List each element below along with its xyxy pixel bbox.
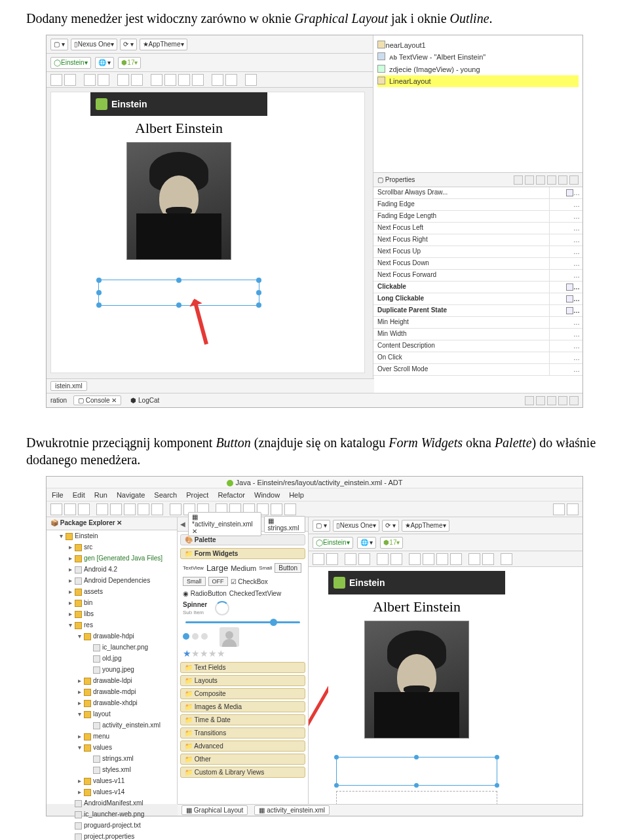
palette-category[interactable]: 📁 Other bbox=[180, 754, 305, 765]
layout-icon[interactable] bbox=[50, 74, 62, 86]
config-button[interactable]: ▢ ▾ bbox=[313, 520, 330, 532]
menu-item[interactable]: File bbox=[52, 491, 64, 499]
layout-icon[interactable] bbox=[313, 553, 324, 565]
palette-widget[interactable]: CheckedTextView bbox=[229, 590, 281, 597]
drop-zone[interactable] bbox=[336, 791, 497, 804]
tree-item[interactable]: ▸drawable-ldpi bbox=[47, 675, 177, 686]
console-tab[interactable]: ⬢ LogCat bbox=[130, 397, 159, 404]
design-canvas[interactable]: Einstein Albert Einstein bbox=[309, 567, 582, 804]
property-row[interactable]: Fading Edge… bbox=[373, 199, 582, 211]
property-row[interactable]: Min Height… bbox=[373, 317, 582, 329]
palette-category[interactable]: 📁 Form Widgets bbox=[180, 548, 305, 559]
toolbar-icon[interactable] bbox=[64, 503, 76, 515]
device-select[interactable]: ▯ Nexus One ▾ bbox=[333, 520, 379, 532]
activity-select[interactable]: ◯ Einstein ▾ bbox=[313, 537, 353, 549]
palette-category[interactable]: 📁 Custom & Library Views bbox=[180, 767, 305, 778]
menu-item[interactable]: Help bbox=[289, 491, 304, 499]
property-row[interactable]: On Click… bbox=[373, 352, 582, 364]
config-button[interactable]: ▢ ▾ bbox=[50, 39, 68, 50]
palette-category[interactable]: 📁 Images & Media bbox=[180, 701, 305, 712]
layout-icon[interactable] bbox=[98, 74, 109, 86]
layout-icon[interactable] bbox=[326, 553, 338, 565]
editor-tab[interactable]: ▦ strings.xml bbox=[264, 516, 305, 533]
console-icon[interactable] bbox=[558, 396, 567, 405]
property-row[interactable]: Fading Edge Length… bbox=[373, 211, 582, 223]
toolbar-icon[interactable] bbox=[284, 503, 296, 515]
toolbar-icon[interactable] bbox=[110, 503, 122, 515]
tree-item[interactable]: old.jpg bbox=[47, 653, 177, 664]
palette-category[interactable]: 📁 Time & Date bbox=[180, 714, 305, 725]
property-row[interactable]: Next Focus Right… bbox=[373, 234, 582, 246]
palette-widget[interactable]: ◉ RadioButton bbox=[183, 590, 227, 597]
graphical-layout-tab[interactable]: ▦ Graphical Layout bbox=[181, 805, 248, 815]
layout-icon[interactable] bbox=[450, 553, 462, 565]
layout-icon[interactable] bbox=[482, 553, 494, 565]
palette-widget[interactable]: OFF bbox=[208, 577, 228, 586]
layout-icon[interactable] bbox=[391, 553, 402, 565]
prop-tool-icon[interactable] bbox=[525, 175, 534, 185]
palette-category[interactable]: 📁 Layouts bbox=[180, 675, 305, 686]
layout-icon[interactable] bbox=[423, 553, 434, 565]
property-row[interactable]: Clickable… bbox=[373, 282, 582, 293]
layout-icon[interactable] bbox=[377, 553, 389, 565]
property-row[interactable]: Next Focus Left… bbox=[373, 223, 582, 234]
toolbar-icon[interactable] bbox=[170, 503, 181, 515]
prop-tool-icon[interactable] bbox=[536, 175, 545, 185]
palette-widget[interactable]: SpinnerSub Item bbox=[183, 601, 207, 615]
theme-select[interactable]: ★ AppTheme ▾ bbox=[402, 520, 449, 532]
selected-layout[interactable] bbox=[336, 757, 497, 786]
palette-widget[interactable]: Large bbox=[206, 563, 228, 573]
menu-item[interactable]: Run bbox=[94, 491, 107, 499]
palette-widget[interactable]: TextView bbox=[183, 565, 204, 571]
locale-button[interactable]: 🌐 ▾ bbox=[95, 57, 115, 69]
locale-button[interactable]: 🌐 ▾ bbox=[357, 537, 377, 549]
console-icon[interactable] bbox=[547, 396, 556, 405]
palette-widget[interactable]: ☑ CheckBox bbox=[231, 578, 268, 585]
prop-tool-icon[interactable] bbox=[514, 175, 523, 185]
tree-item[interactable]: ▸values-v14 bbox=[47, 786, 177, 797]
tree-item[interactable]: ▸menu bbox=[47, 731, 177, 742]
orientation-button[interactable]: ⟳ ▾ bbox=[120, 39, 137, 50]
editor-tab[interactable]: istein.xml bbox=[50, 381, 87, 391]
tree-item[interactable]: ▾drawable-hdpi bbox=[47, 630, 177, 642]
palette-widget[interactable]: Small bbox=[259, 565, 272, 571]
console-icon[interactable] bbox=[569, 396, 579, 405]
layout-icon[interactable] bbox=[151, 74, 162, 86]
menu-item[interactable]: Search bbox=[154, 491, 177, 499]
orientation-button[interactable]: ⟳ ▾ bbox=[382, 520, 399, 532]
tree-item[interactable]: ▸Android 4.2 bbox=[47, 564, 177, 575]
layout-icon[interactable] bbox=[501, 553, 512, 565]
outline-item[interactable]: Ab TextView - "Albert Einstein" bbox=[377, 51, 579, 64]
tree-item[interactable]: strings.xml bbox=[47, 753, 177, 764]
tree-item[interactable]: ▸values-v11 bbox=[47, 775, 177, 786]
tree-item[interactable]: ▸Android Dependencies bbox=[47, 575, 177, 586]
tree-item[interactable]: activity_einstein.xml bbox=[47, 720, 177, 731]
tree-item[interactable]: ▸bin bbox=[47, 597, 177, 608]
palette-category[interactable]: 📁 Advanced bbox=[180, 740, 305, 752]
tree-item[interactable]: ▸gen [Generated Java Files] bbox=[47, 553, 177, 564]
tree-item[interactable]: ic_launcher-web.png bbox=[47, 809, 177, 820]
console-tab[interactable]: ▢ Console ✕ bbox=[73, 395, 121, 405]
outline-item-selected[interactable]: LinearLayout bbox=[377, 75, 579, 87]
api-select[interactable]: ⬢ 17 ▾ bbox=[380, 537, 403, 549]
api-select[interactable]: ⬢ 17 ▾ bbox=[118, 57, 141, 69]
layout-icon[interactable] bbox=[164, 74, 176, 86]
tree-item[interactable]: ▾layout bbox=[47, 708, 177, 720]
toolbar-icon[interactable] bbox=[124, 503, 136, 515]
toolbar-icon[interactable] bbox=[151, 503, 163, 515]
editor-tab[interactable]: ▦ *activity_einstein.xml ✕ bbox=[188, 512, 261, 536]
layout-icon[interactable] bbox=[245, 74, 257, 86]
layout-icon[interactable] bbox=[84, 74, 96, 86]
tree-item[interactable]: ▾Einstein bbox=[47, 530, 177, 541]
palette-category[interactable]: 📁 Text Fields bbox=[180, 662, 305, 673]
prop-tool-icon[interactable] bbox=[558, 175, 567, 185]
console-tab[interactable]: ration bbox=[50, 397, 67, 404]
menu-item[interactable]: Window bbox=[254, 491, 280, 499]
layout-icon[interactable] bbox=[468, 553, 480, 565]
tree-item[interactable]: ▸drawable-mdpi bbox=[47, 686, 177, 697]
tree-item[interactable]: ▾values bbox=[47, 742, 177, 753]
palette-category[interactable]: 📁 Composite bbox=[180, 688, 305, 699]
property-row[interactable]: Scrollbar Always Draw...… bbox=[373, 187, 582, 199]
prop-tool-icon[interactable] bbox=[569, 175, 579, 185]
layout-icon[interactable] bbox=[117, 74, 129, 86]
